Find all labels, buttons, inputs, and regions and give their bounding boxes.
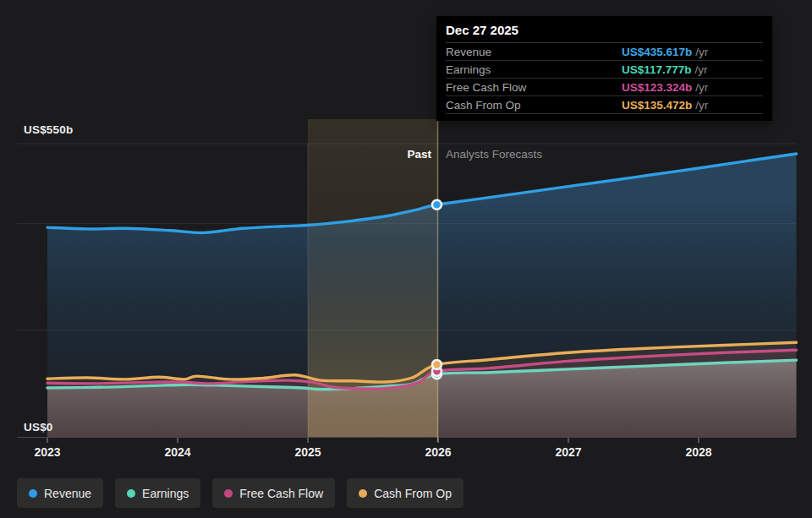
- tooltip-label: Revenue: [446, 46, 622, 58]
- past-label: Past: [407, 148, 431, 161]
- legend-item-earnings[interactable]: Earnings: [115, 478, 200, 508]
- x-axis-label-2023: 2023: [34, 445, 60, 459]
- tooltip-suffix: /yr: [695, 63, 708, 76]
- tooltip-row-earnings: Earnings US$117.777b /yr: [446, 61, 763, 79]
- legend-item-revenue[interactable]: Revenue: [17, 478, 103, 508]
- tooltip-row-free-cash-flow: Free Cash Flow US$123.324b /yr: [446, 79, 763, 96]
- legend-label: Free Cash Flow: [239, 487, 323, 500]
- legend-label: Cash From Op: [374, 487, 452, 500]
- legend-item-free-cash-flow[interactable]: Free Cash Flow: [212, 478, 335, 508]
- tooltip-value: US$135.472b: [622, 99, 692, 112]
- x-axis-label-2025: 2025: [294, 445, 321, 459]
- x-axis-ticks: [47, 438, 699, 443]
- tooltip-row-cash-from-op: Cash From Op US$135.472b /yr: [446, 96, 763, 114]
- tooltip-label: Cash From Op: [446, 99, 622, 112]
- tooltip-label: Earnings: [446, 63, 622, 76]
- y-axis-label-zero: US$0: [24, 421, 53, 433]
- free-cash-flow-dot-icon: [224, 489, 233, 498]
- analysts-forecasts-label: Analysts Forecasts: [446, 148, 542, 161]
- tooltip-suffix: /yr: [695, 81, 708, 94]
- revenue-dot-icon: [29, 489, 37, 498]
- tooltip-date: Dec 27 2025: [446, 16, 763, 43]
- earnings-dot-icon: [127, 489, 135, 498]
- chart-legend: Revenue Earnings Free Cash Flow Cash Fro…: [17, 478, 464, 508]
- tooltip-suffix: /yr: [695, 46, 708, 58]
- tooltip-value: US$117.777b: [622, 63, 692, 76]
- x-axis-label-2026: 2026: [425, 445, 451, 459]
- marker-revenue: [432, 200, 442, 210]
- cash-from-op-dot-icon: [359, 489, 367, 498]
- legend-item-cash-from-op[interactable]: Cash From Op: [347, 478, 464, 508]
- tooltip-suffix: /yr: [695, 99, 708, 112]
- x-axis-label-2028: 2028: [685, 445, 711, 459]
- forecast-chart-panel: US$550b US$0 2023 2024 2025 2026 2027 20…: [0, 0, 812, 518]
- legend-label: Earnings: [142, 487, 189, 500]
- x-axis-label-2024: 2024: [164, 445, 190, 459]
- x-axis-label-2027: 2027: [555, 445, 581, 459]
- tooltip-row-revenue: Revenue US$435.617b /yr: [446, 43, 763, 61]
- chart-tooltip: Dec 27 2025 Revenue US$435.617b /yr Earn…: [436, 16, 772, 121]
- tooltip-label: Free Cash Flow: [446, 81, 622, 94]
- legend-label: Revenue: [44, 487, 91, 500]
- tooltip-value: US$123.324b: [622, 81, 692, 94]
- y-axis-label-top: US$550b: [24, 123, 73, 136]
- tooltip-value: US$435.617b: [622, 46, 692, 58]
- marker-cash-from-op: [432, 360, 442, 369]
